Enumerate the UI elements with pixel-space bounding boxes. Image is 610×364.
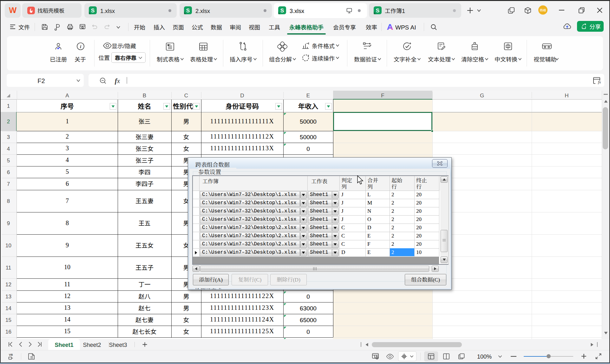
svg-text:VB: VB: [9, 353, 13, 356]
svg-text:fx: fx: [598, 80, 601, 84]
svg-text:S: S: [91, 7, 95, 14]
svg-text:i: i: [80, 44, 82, 49]
svg-text:W: W: [9, 6, 17, 15]
svg-text:S: S: [186, 7, 190, 14]
svg-text:S: S: [280, 7, 284, 14]
svg-text:S: S: [376, 7, 380, 14]
